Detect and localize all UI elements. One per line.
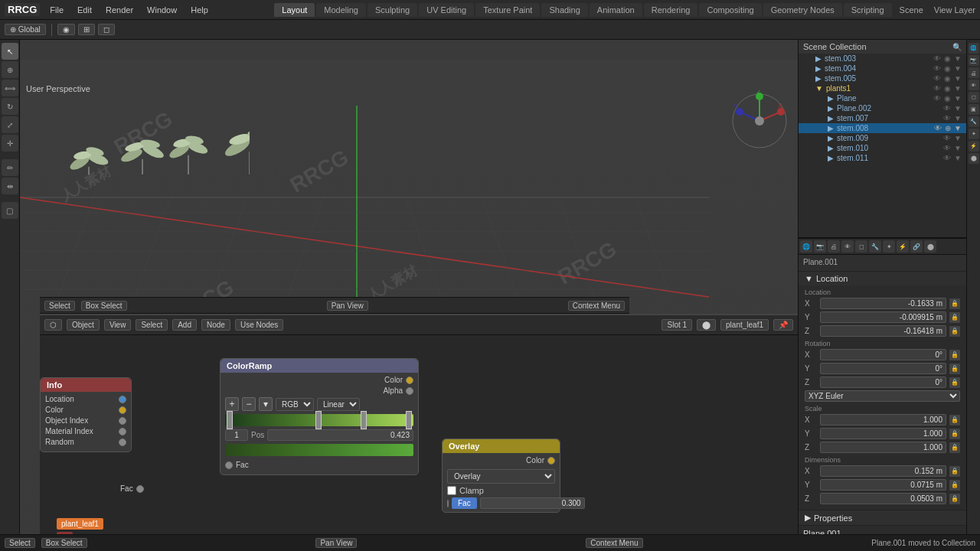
- colorramp-header[interactable]: ColorRamp: [220, 359, 418, 373]
- colorramp-fac-socket-in[interactable]: [225, 461, 233, 469]
- colorramp-alpha-socket[interactable]: [406, 387, 413, 395]
- overlay-fac-btn[interactable]: Fac: [452, 497, 477, 509]
- stem011-eye[interactable]: 👁: [943, 154, 951, 162]
- ramp-stop-mid[interactable]: [315, 411, 322, 429]
- ne-use-nodes[interactable]: Use Nodes: [235, 319, 283, 331]
- ne-slot[interactable]: Slot 1: [662, 319, 692, 331]
- stem004-eye[interactable]: 👁: [933, 64, 941, 73]
- select-tool[interactable]: ↖: [2, 43, 18, 60]
- outliner-stem008[interactable]: ▶ stem.008 👁 ⊕ ▼: [799, 123, 966, 133]
- plane-arrow[interactable]: ▼: [954, 94, 962, 103]
- select-status[interactable]: Select: [44, 301, 75, 311]
- ne-add-btn[interactable]: Add: [172, 319, 197, 331]
- properties-extra-header[interactable]: ▶ Properties: [799, 510, 966, 525]
- overlay-blend-select[interactable]: Overlay: [447, 469, 555, 484]
- ramp-stop-right[interactable]: [406, 411, 412, 429]
- info-location-socket[interactable]: [119, 396, 126, 403]
- bottom-pan[interactable]: Pan View: [315, 538, 357, 548]
- tab-layout[interactable]: Layout: [274, 3, 315, 17]
- props-object-tab[interactable]: ◻: [855, 240, 867, 253]
- rotate-tool[interactable]: ↻: [2, 98, 18, 115]
- stem003-cam[interactable]: ◉: [944, 54, 951, 63]
- bottom-context[interactable]: Context Menu: [586, 538, 642, 548]
- measure-tool[interactable]: ⇹: [2, 178, 18, 194]
- rot-x-input[interactable]: [820, 349, 946, 360]
- scale-y-input[interactable]: [820, 428, 946, 439]
- outliner-stem005[interactable]: ▶ stem.005 👁 ◉ ▼: [799, 73, 966, 83]
- ramp-linear-select[interactable]: Linear: [317, 398, 360, 411]
- ne-material-name[interactable]: plant_leaf1: [720, 319, 769, 331]
- stem005-arrow[interactable]: ▼: [954, 74, 962, 83]
- ramp-add-btn[interactable]: +: [225, 397, 239, 411]
- stem007-eye[interactable]: 👁: [943, 114, 951, 122]
- stem009-arrow[interactable]: ▼: [954, 134, 962, 142]
- ramp-rgb-select[interactable]: RGB: [276, 398, 314, 411]
- stem004-cam[interactable]: ◉: [944, 64, 951, 73]
- tab-rendering[interactable]: Rendering: [644, 3, 698, 17]
- pan-view-status[interactable]: Pan View: [327, 301, 368, 311]
- loc-y-lock[interactable]: 🔒: [949, 312, 960, 323]
- outliner-plants1[interactable]: ▼ plants1 👁 ◉ ▼: [799, 83, 966, 93]
- viewport-shading[interactable]: ◉: [57, 24, 75, 35]
- scale-z-lock[interactable]: 🔒: [949, 442, 960, 453]
- info-objindex-socket[interactable]: [119, 417, 126, 425]
- navigation-gizmo[interactable]: X Z Y: [729, 90, 790, 152]
- menu-file[interactable]: File: [46, 4, 67, 16]
- menu-edit[interactable]: Edit: [74, 4, 96, 16]
- dim-x-lock[interactable]: 🔒: [949, 466, 960, 477]
- stem008-cursor[interactable]: ⊕: [945, 124, 951, 132]
- rot-z-input[interactable]: [820, 377, 946, 388]
- stem008-eye[interactable]: 👁: [934, 124, 942, 132]
- cursor-tool[interactable]: ⊕: [2, 61, 18, 78]
- ramp-pos-val-input[interactable]: [267, 429, 413, 441]
- rs-particles-icon[interactable]: ✦: [969, 129, 979, 139]
- tab-texture-paint[interactable]: Texture Paint: [475, 3, 540, 17]
- ramp-stop-num-input[interactable]: [225, 429, 248, 441]
- props-view-tab[interactable]: 👁: [841, 240, 854, 253]
- stem007-arrow[interactable]: ▼: [954, 114, 962, 122]
- plane002-eye[interactable]: 👁: [943, 104, 951, 112]
- info-matindex-socket[interactable]: [119, 428, 126, 435]
- overlay-header[interactable]: Overlay: [443, 439, 560, 453]
- tab-geometry-nodes[interactable]: Geometry Nodes: [763, 3, 842, 17]
- context-menu-status[interactable]: Context Menu: [568, 301, 625, 311]
- tab-sculpting[interactable]: Sculpting: [368, 3, 417, 17]
- outliner-stem004[interactable]: ▶ stem.004 👁 ◉ ▼: [799, 64, 966, 73]
- box-select-status[interactable]: Box Select: [81, 301, 127, 311]
- loc-y-input[interactable]: [820, 311, 946, 323]
- bottom-select[interactable]: Select: [5, 538, 35, 548]
- xray-btn[interactable]: ◻: [98, 24, 115, 35]
- plants1-eye[interactable]: 👁: [933, 84, 941, 93]
- stem003-arrow[interactable]: ▼: [954, 54, 962, 63]
- stem010-eye[interactable]: 👁: [943, 144, 951, 152]
- rs-view-icon[interactable]: 👁: [969, 80, 979, 90]
- transform-header[interactable]: ▼ Location: [799, 272, 966, 285]
- global-btn[interactable]: ⊕ Global: [5, 24, 46, 35]
- info-color-socket[interactable]: [119, 406, 126, 414]
- outliner-stem009[interactable]: ▶ stem.009 👁 ▼: [799, 133, 966, 143]
- ne-node-btn[interactable]: Node: [201, 319, 230, 331]
- menu-help[interactable]: Help: [187, 4, 212, 16]
- rot-y-input[interactable]: [820, 363, 946, 374]
- overlay-clamp-checkbox[interactable]: [447, 486, 456, 495]
- ne-view-btn[interactable]: View: [104, 319, 132, 331]
- rot-y-lock[interactable]: 🔒: [949, 364, 960, 374]
- dim-z-input[interactable]: [820, 493, 946, 504]
- rs-scene2-icon[interactable]: ◻: [969, 92, 979, 103]
- dim-z-lock[interactable]: 🔒: [949, 494, 960, 504]
- loc-x-input[interactable]: [820, 298, 946, 309]
- dim-y-input[interactable]: [820, 479, 946, 491]
- outliner-plane002[interactable]: ▶ Plane.002 👁 ▼: [799, 103, 966, 113]
- bottom-box-select[interactable]: Box Select: [41, 538, 87, 548]
- move-tool[interactable]: ⟺: [2, 80, 18, 96]
- rs-object-icon[interactable]: ▣: [969, 104, 979, 115]
- outliner-search-icon[interactable]: 🔍: [952, 43, 962, 51]
- rs-render-icon[interactable]: 📷: [969, 55, 979, 66]
- menu-window[interactable]: Window: [143, 4, 181, 16]
- loc-z-lock[interactable]: 🔒: [949, 326, 960, 337]
- rs-output-icon[interactable]: 🖨: [969, 67, 979, 78]
- plane-eye[interactable]: 👁: [933, 94, 941, 103]
- rs-material-icon[interactable]: ⬤: [969, 153, 979, 164]
- stem005-eye[interactable]: 👁: [933, 74, 941, 83]
- props-material-tab[interactable]: ⬤: [924, 240, 936, 253]
